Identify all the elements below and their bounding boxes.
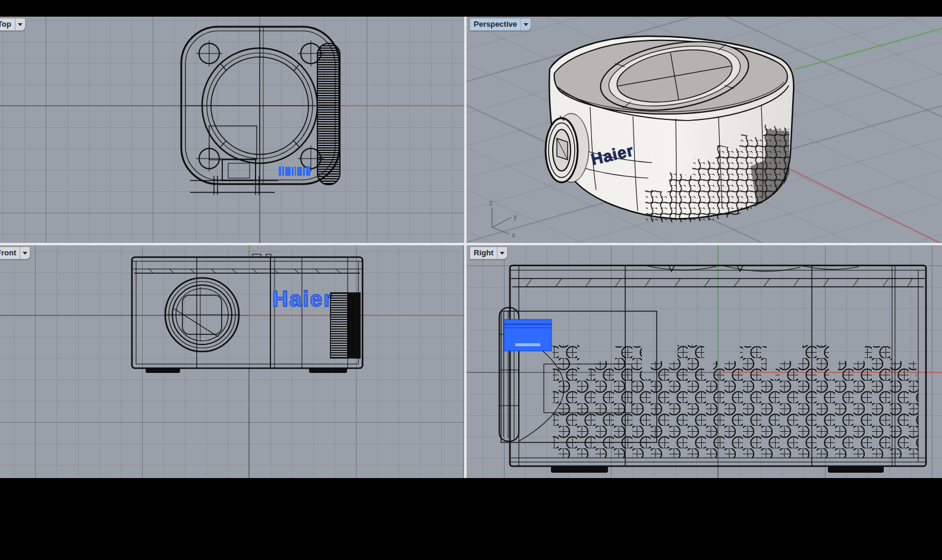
- viewport-tab-front[interactable]: Front: [0, 246, 30, 260]
- vent-band-top-view: [317, 43, 340, 185]
- viewport-tab-top[interactable]: Top: [0, 18, 26, 31]
- chevron-down-icon: [23, 252, 27, 255]
- viewport-perspective[interactable]: Perspective: [467, 17, 942, 243]
- brand-logo-front-selected[interactable]: Haier: [272, 287, 333, 311]
- cplane-axes: [0, 17, 464, 243]
- model-top-view[interactable]: [181, 27, 340, 195]
- viewport-menu-button[interactable]: [497, 247, 507, 259]
- selected-logo-right-view[interactable]: [504, 319, 552, 351]
- viewport-menu-button[interactable]: [20, 247, 30, 259]
- viewport-grid: Top: [0, 17, 942, 478]
- chevron-down-icon: [524, 23, 528, 26]
- viewport-title-perspective: Perspective: [470, 18, 521, 30]
- viewport-title-front: Front: [0, 247, 20, 259]
- application-window: Top: [0, 0, 942, 560]
- triad-z-label: z: [489, 199, 493, 207]
- perspective-canvas[interactable]: Haier z y x: [467, 17, 942, 243]
- viewport-menu-button[interactable]: [521, 18, 531, 30]
- viewport-right[interactable]: Right: [467, 245, 942, 478]
- chevron-down-icon: [18, 23, 23, 26]
- foot: [551, 466, 608, 473]
- foot: [309, 368, 347, 373]
- top-black-bar: [0, 0, 942, 17]
- viewport-top[interactable]: Top: [0, 17, 464, 243]
- viewport-tab-right[interactable]: Right: [470, 246, 508, 260]
- viewport-title-right: Right: [470, 247, 497, 259]
- lens-perspective[interactable]: [546, 113, 589, 182]
- front-view-canvas[interactable]: Haier: [0, 245, 464, 478]
- speaker-grille-right-view: [553, 345, 918, 458]
- triad-x-label: x: [512, 231, 515, 239]
- viewport-title-top: Top: [0, 18, 15, 30]
- lens-front-view[interactable]: [165, 278, 239, 352]
- viewport-tab-perspective[interactable]: Perspective: [470, 18, 531, 31]
- model-front-view[interactable]: Haier: [132, 254, 363, 373]
- chevron-down-icon: [500, 252, 505, 255]
- viewport-front[interactable]: Front: [0, 245, 464, 478]
- foot: [146, 368, 180, 373]
- bottom-black-bar: [0, 478, 942, 560]
- cplane-axes: [0, 245, 464, 478]
- model-right-view[interactable]: [499, 265, 926, 473]
- right-view-canvas[interactable]: [467, 245, 942, 478]
- viewport-menu-button[interactable]: [15, 18, 25, 30]
- foot: [828, 466, 884, 473]
- top-view-canvas[interactable]: [0, 17, 464, 243]
- triad-y-label: y: [513, 213, 517, 221]
